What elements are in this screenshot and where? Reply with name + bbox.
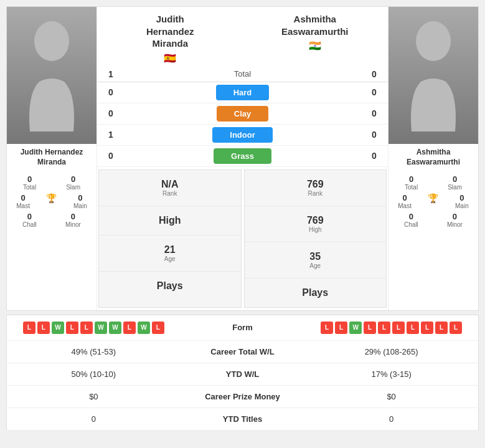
left-prize-money: $0: [7, 385, 181, 407]
right-indoor-score: 0: [363, 130, 385, 140]
three-stat-blocks: N/A Rank High 21 Age Plays: [97, 167, 388, 310]
player-names-row: Judith Hernandez Miranda 🇪🇸 Ashmitha Eas…: [97, 7, 388, 64]
left-stats-row1: 0 Total 0 Slam: [8, 174, 95, 191]
indoor-surface-center: Indoor: [122, 127, 363, 143]
right-stats-row3: 0 Chall 0 Minor: [390, 212, 477, 228]
right-player-name: Ashmitha Easwaramurthi: [388, 144, 478, 171]
left-form-badge-4: L: [80, 322, 93, 334]
right-total-stat: 0 Total: [405, 174, 418, 191]
left-name-header: Judith Hernandez Miranda: [101, 13, 240, 50]
total-score-row: 1 Total 0: [97, 67, 388, 82]
right-ytd-wl: 17% (3-15): [304, 363, 478, 385]
left-stats-row3: 0 Chall 0 Minor: [8, 212, 95, 228]
right-player-stats: 0 Total 0 Slam 0 Mast 🏆: [388, 171, 478, 232]
left-career-total: 49% (51-53): [7, 340, 181, 363]
right-name-header: Ashmitha Easwaramurthi: [246, 13, 385, 37]
left-player-name: Judith Hernandez Miranda: [7, 144, 97, 171]
right-stat-block: 769 Rank 769 High 35 Age Plays: [244, 169, 387, 308]
right-form-badge-6: L: [407, 322, 419, 334]
left-ytd-titles: 0: [7, 407, 181, 430]
left-player-stats: 0 Total 0 Slam 0 Mast 🏆: [7, 171, 97, 232]
indoor-button: Indoor: [212, 127, 272, 143]
grass-surface-center: Grass: [122, 148, 363, 164]
right-form-badge-8: L: [435, 322, 448, 334]
right-flag: 🇮🇳: [246, 40, 385, 52]
form-row: L L W L L W W L W L Form L L W L: [7, 315, 479, 340]
left-form-badge-2: W: [52, 322, 64, 334]
grass-button: Grass: [214, 148, 271, 164]
left-form-badge-9: L: [152, 322, 164, 334]
right-high-block-row: 769 High: [245, 206, 387, 242]
clay-button: Clay: [217, 106, 268, 122]
right-rank-block-row: 769 Rank: [245, 170, 387, 206]
right-age-block-row: 35 Age: [245, 242, 387, 279]
career-total-label: Career Total W/L: [181, 340, 305, 363]
left-rank-block-row: N/A Rank: [99, 170, 241, 206]
left-age-block-row: 21 Age: [99, 236, 241, 272]
left-total-stat: 0 Total: [23, 174, 36, 191]
right-form-badge-2: W: [349, 322, 362, 334]
left-flag: 🇪🇸: [101, 52, 240, 64]
left-minor-stat: 0 Minor: [65, 212, 81, 228]
ytd-wl-row: 50% (10-10) YTD W/L 17% (3-15): [7, 363, 479, 385]
hard-score-row: 0 Hard 0: [97, 82, 388, 103]
right-prize-money: $0: [304, 385, 478, 407]
left-form-cell: L L W L L W W L W L: [7, 315, 181, 340]
left-player-photo: [7, 7, 97, 144]
left-trophy-icon: 🏆: [46, 193, 57, 209]
right-stats-row1: 0 Total 0 Slam: [390, 174, 477, 191]
clay-score-row: 0 Clay 0: [97, 103, 388, 125]
right-form-badge-9: L: [450, 322, 462, 334]
hard-button: Hard: [216, 85, 270, 100]
left-mast-stat: 0 Mast: [16, 193, 30, 209]
bottom-stats-table: L L W L L W W L W L Form L L W L: [6, 315, 479, 431]
svg-point-0: [34, 21, 69, 61]
left-name-col: Judith Hernandez Miranda 🇪🇸: [101, 13, 240, 64]
left-high-block-row: High: [99, 206, 241, 236]
right-form-cell: L L W L L L L L L L: [304, 315, 478, 340]
right-slam-stat: 0 Slam: [448, 174, 462, 191]
right-form-badge-3: L: [364, 322, 376, 334]
form-label-cell: Form: [181, 315, 305, 340]
right-chall-stat: 0 Chall: [404, 212, 418, 228]
left-form-badge-8: W: [138, 322, 150, 334]
left-indoor-score: 1: [100, 130, 122, 140]
right-stats-row2: 0 Mast 🏆 0 Main: [390, 193, 477, 209]
grass-score-row: 0 Grass 0: [97, 146, 388, 167]
right-mast-stat: 0 Mast: [398, 193, 412, 209]
right-career-total: 29% (108-265): [304, 340, 478, 363]
hard-surface-center: Hard: [122, 85, 363, 100]
prize-money-label: Career Prize Money: [181, 385, 305, 407]
left-form-badge-3: L: [66, 322, 78, 334]
right-clay-score: 0: [363, 108, 385, 118]
left-hard-score: 0: [100, 87, 122, 97]
total-label-center: Total: [122, 69, 363, 79]
left-form-badge-7: L: [123, 322, 136, 334]
player-comparison-panel: Judith Hernandez Miranda 0 Total 0 Slam …: [6, 6, 479, 311]
right-form-badge-7: L: [421, 322, 433, 334]
right-main-stat: 0 Main: [455, 193, 469, 209]
svg-point-1: [416, 21, 451, 61]
ytd-wl-label: YTD W/L: [181, 363, 305, 385]
left-total-score: 1: [100, 69, 122, 79]
left-player-panel: Judith Hernandez Miranda 0 Total 0 Slam …: [7, 7, 97, 310]
right-total-score: 0: [363, 69, 385, 79]
left-form-badge-1: L: [37, 322, 50, 334]
left-stats-row2: 0 Mast 🏆 0 Main: [8, 193, 95, 209]
left-chall-stat: 0 Chall: [22, 212, 37, 228]
right-form-badge-5: L: [392, 322, 405, 334]
left-main-stat: 0 Main: [73, 193, 87, 209]
ytd-titles-label: YTD Titles: [181, 407, 305, 430]
right-form-badge-1: L: [335, 322, 347, 334]
right-form-badge-0: L: [321, 322, 333, 334]
left-form-badge-0: L: [23, 322, 35, 334]
main-container: Judith Hernandez Miranda 0 Total 0 Slam …: [0, 0, 485, 437]
right-minor-stat: 0 Minor: [447, 212, 463, 228]
right-grass-score: 0: [363, 151, 385, 161]
right-form-badge-4: L: [378, 322, 390, 334]
right-hard-score: 0: [363, 87, 385, 97]
left-clay-score: 0: [100, 108, 122, 118]
prize-money-row: $0 Career Prize Money $0: [7, 385, 479, 407]
left-form-badge-6: W: [109, 322, 121, 334]
center-panel: Judith Hernandez Miranda 🇪🇸 Ashmitha Eas…: [97, 7, 388, 310]
